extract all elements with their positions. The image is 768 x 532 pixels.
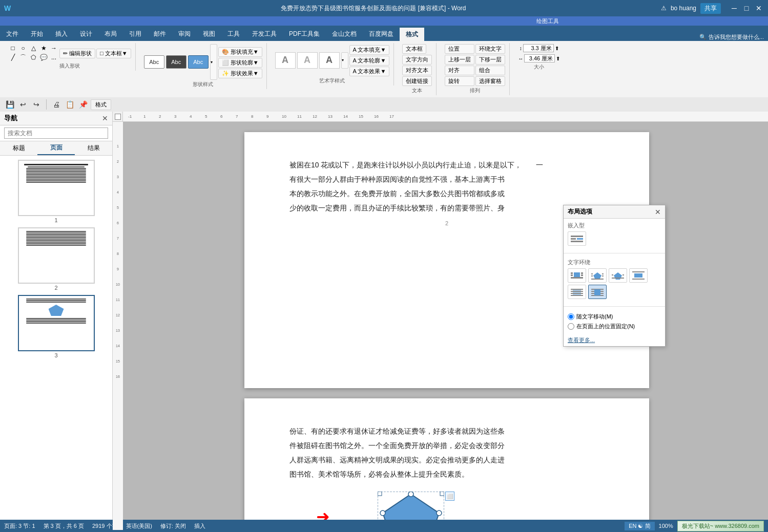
tab-tools[interactable]: 工具 <box>221 27 246 41</box>
wrap-btn[interactable]: 环绕文字 <box>475 44 505 54</box>
wrap-infront[interactable] <box>588 285 607 299</box>
redo-btn[interactable]: ↪ <box>31 99 42 110</box>
position-btn[interactable]: 位置 <box>445 44 474 54</box>
page-thumb-1[interactable]: 1 <box>4 160 108 223</box>
format-btn[interactable]: 格式 <box>91 99 111 110</box>
nav-tab-headings[interactable]: 标题 <box>0 141 37 155</box>
radio-move-with-text[interactable]: 随文字移动(M) <box>568 312 661 322</box>
tab-pdf[interactable]: PDF工具集 <box>283 27 326 41</box>
move-down-btn[interactable]: 下移一层 <box>475 55 505 65</box>
align-btn[interactable]: 对齐 <box>445 66 474 75</box>
tab-review[interactable]: 审阅 <box>172 27 197 41</box>
doc-scroll-area[interactable]: 1 2 3 4 5 6 7 8 9 10 11 12 13 14 15 16 <box>113 122 768 530</box>
move-up-btn[interactable]: 上移一层 <box>445 55 474 65</box>
height-spin[interactable]: ⬆ <box>555 46 559 51</box>
edit-shape-btn[interactable]: ✏ 编辑形状 <box>59 49 95 58</box>
shape-rect[interactable]: □ <box>8 44 17 52</box>
shape-styles-more[interactable]: ▾ <box>210 44 217 80</box>
copy-format-btn[interactable]: 📋 <box>64 99 75 110</box>
ruler-corner-icon[interactable] <box>115 114 121 120</box>
insert-shapes-label: 插入形状 <box>59 62 80 70</box>
art-style-1[interactable]: A <box>275 52 296 69</box>
shape-circle[interactable]: ○ <box>18 44 28 52</box>
group-btn[interactable]: 组合 <box>475 66 505 75</box>
shape-style-2[interactable]: Abc <box>166 55 186 69</box>
shape-callout[interactable]: 💬 <box>39 53 48 61</box>
tab-mailings[interactable]: 邮件 <box>148 27 172 41</box>
textbox-text-btn[interactable]: 文本框 <box>402 44 426 54</box>
radio-fixed-input[interactable] <box>568 323 574 330</box>
width-spin[interactable]: ⬆ <box>556 56 560 61</box>
wrap-topbottom[interactable] <box>629 268 648 283</box>
tab-home[interactable]: 开始 <box>25 27 49 41</box>
see-more-link[interactable]: 查看更多... <box>564 334 665 346</box>
shape-fill-btn[interactable]: 🎨 形状填充▼ <box>218 47 262 57</box>
radio-move-input[interactable] <box>568 313 574 320</box>
save-btn[interactable]: 💾 <box>4 99 15 110</box>
tab-file[interactable]: 文件 <box>0 27 25 41</box>
page-thumb-2[interactable]: 2 <box>4 227 108 291</box>
text-label: 文本 <box>412 87 422 94</box>
tab-developer[interactable]: 开发工具 <box>246 27 283 41</box>
wrap-square[interactable] <box>568 268 586 283</box>
tab-format[interactable]: 格式 <box>400 27 424 41</box>
height-input[interactable] <box>523 44 554 52</box>
layout-options-anchor[interactable]: ⬜ <box>445 492 454 501</box>
undo-btn[interactable]: ↩ <box>17 99 29 110</box>
shape-style-3[interactable]: Abc <box>188 55 209 69</box>
width-input[interactable] <box>524 54 555 62</box>
inline-opt[interactable] <box>568 231 586 246</box>
tab-baidu[interactable]: 百度网盘 <box>363 27 400 41</box>
shape-star[interactable]: ★ <box>39 44 48 52</box>
tab-insert[interactable]: 插入 <box>49 27 74 41</box>
shape-style-1[interactable]: Abc <box>144 55 164 69</box>
radio-fixed-pos[interactable]: 在页面上的位置固定(N) <box>568 322 661 331</box>
art-style-2[interactable]: A <box>297 52 318 69</box>
shape-curve[interactable]: ⌒ <box>18 53 28 61</box>
rotate-btn[interactable]: 旋转 <box>445 76 474 86</box>
art-styles-more[interactable]: ▾ <box>341 52 348 69</box>
text-effect-btn[interactable]: A 文本效果▼ <box>349 67 390 76</box>
minimize-btn[interactable]: ─ <box>729 3 739 13</box>
wrap-section: 文字环绕 <box>564 256 665 304</box>
shape-line[interactable]: ╱ <box>8 53 17 61</box>
nav-tab-pages[interactable]: 页面 <box>37 141 75 155</box>
shape-triangle[interactable]: △ <box>29 44 38 52</box>
shape-outline-btn[interactable]: ⬜ 形状轮廓▼ <box>218 58 262 68</box>
page-thumb-3[interactable]: 3 <box>4 295 108 358</box>
wrap-tight[interactable] <box>588 268 607 283</box>
tab-view[interactable]: 视图 <box>197 27 221 41</box>
tab-design[interactable]: 设计 <box>74 27 98 41</box>
search-input[interactable] <box>4 127 108 139</box>
shape-arrow[interactable]: → <box>49 44 58 52</box>
share-btn[interactable]: 共享 <box>700 3 721 14</box>
shape-pentagon[interactable]: ⬠ <box>29 53 38 61</box>
wrap-label: 文字环绕 <box>568 259 661 266</box>
text-outline-btn[interactable]: A 文本轮廓▼ <box>349 56 390 66</box>
align-text-btn[interactable]: 对齐文本 <box>402 66 432 75</box>
text-fill-btn[interactable]: A 文本填充▼ <box>349 45 390 55</box>
art-style-3[interactable]: A <box>319 52 340 69</box>
tab-wps[interactable]: 金山文档 <box>326 27 363 41</box>
shape-effect-btn[interactable]: ✨ 形状效果▼ <box>218 69 262 78</box>
wrap-through[interactable] <box>609 268 627 283</box>
svg-text:11: 11 <box>116 298 120 302</box>
tab-references[interactable]: 引用 <box>123 27 148 41</box>
shape-more[interactable]: ... <box>49 53 58 61</box>
restore-btn[interactable]: □ <box>741 3 752 13</box>
lang-switch-btn[interactable]: EN ☯ 简 <box>625 522 654 530</box>
text-dir-btn[interactable]: 文字方向 <box>402 55 432 65</box>
close-btn[interactable]: ✕ <box>754 3 764 13</box>
wrap-behind[interactable] <box>568 285 586 299</box>
select-pane-btn[interactable]: 选择窗格 <box>475 76 505 86</box>
paste-btn[interactable]: 📌 <box>77 99 89 110</box>
nav-close-btn[interactable]: ✕ <box>102 114 108 122</box>
shape-grid[interactable]: □ ○ △ ★ → ╱ ⌒ ⬠ 💬 ... <box>8 44 58 61</box>
create-link-btn[interactable]: 创建链接 <box>402 76 432 86</box>
warning-icon: ⚠ <box>661 5 667 12</box>
textbox-btn[interactable]: □ 文本框▼ <box>96 49 131 58</box>
print-preview-btn[interactable]: 🖨 <box>51 99 62 110</box>
tab-layout[interactable]: 布局 <box>98 27 123 41</box>
popup-close-btn[interactable]: ✕ <box>655 208 661 216</box>
nav-tab-results[interactable]: 结果 <box>75 141 112 155</box>
